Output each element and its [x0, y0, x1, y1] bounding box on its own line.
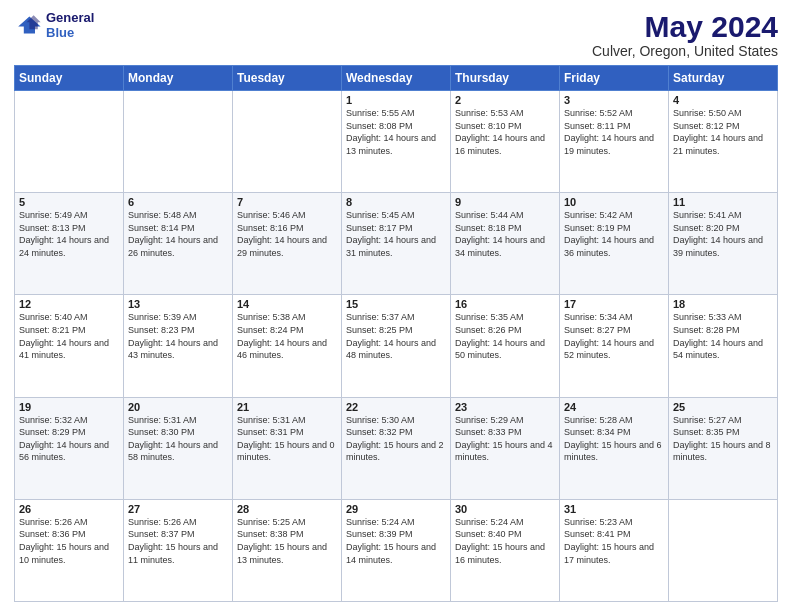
calendar-cell: 8 Sunrise: 5:45 AMSunset: 8:17 PMDayligh…: [342, 193, 451, 295]
day-info: Sunrise: 5:45 AMSunset: 8:17 PMDaylight:…: [346, 209, 446, 259]
calendar-cell: 9 Sunrise: 5:44 AMSunset: 8:18 PMDayligh…: [451, 193, 560, 295]
header: General Blue May 2024 Culver, Oregon, Un…: [14, 10, 778, 59]
day-number: 14: [237, 298, 337, 310]
title-block: May 2024 Culver, Oregon, United States: [592, 10, 778, 59]
day-info: Sunrise: 5:31 AMSunset: 8:30 PMDaylight:…: [128, 414, 228, 464]
day-info: Sunrise: 5:27 AMSunset: 8:35 PMDaylight:…: [673, 414, 773, 464]
day-info: Sunrise: 5:28 AMSunset: 8:34 PMDaylight:…: [564, 414, 664, 464]
calendar-cell: 29 Sunrise: 5:24 AMSunset: 8:39 PMDaylig…: [342, 499, 451, 601]
calendar-cell: 28 Sunrise: 5:25 AMSunset: 8:38 PMDaylig…: [233, 499, 342, 601]
calendar-cell: 12 Sunrise: 5:40 AMSunset: 8:21 PMDaylig…: [15, 295, 124, 397]
day-number: 31: [564, 503, 664, 515]
day-number: 15: [346, 298, 446, 310]
day-info: Sunrise: 5:44 AMSunset: 8:18 PMDaylight:…: [455, 209, 555, 259]
day-number: 11: [673, 196, 773, 208]
day-info: Sunrise: 5:49 AMSunset: 8:13 PMDaylight:…: [19, 209, 119, 259]
day-number: 5: [19, 196, 119, 208]
day-number: 10: [564, 196, 664, 208]
col-header-tuesday: Tuesday: [233, 66, 342, 91]
calendar-cell: 10 Sunrise: 5:42 AMSunset: 8:19 PMDaylig…: [560, 193, 669, 295]
day-info: Sunrise: 5:23 AMSunset: 8:41 PMDaylight:…: [564, 516, 664, 566]
calendar-cell: 3 Sunrise: 5:52 AMSunset: 8:11 PMDayligh…: [560, 91, 669, 193]
day-info: Sunrise: 5:37 AMSunset: 8:25 PMDaylight:…: [346, 311, 446, 361]
calendar-cell: 15 Sunrise: 5:37 AMSunset: 8:25 PMDaylig…: [342, 295, 451, 397]
day-info: Sunrise: 5:32 AMSunset: 8:29 PMDaylight:…: [19, 414, 119, 464]
calendar-cell: [233, 91, 342, 193]
day-number: 13: [128, 298, 228, 310]
day-number: 4: [673, 94, 773, 106]
col-header-thursday: Thursday: [451, 66, 560, 91]
day-info: Sunrise: 5:30 AMSunset: 8:32 PMDaylight:…: [346, 414, 446, 464]
calendar-cell: 5 Sunrise: 5:49 AMSunset: 8:13 PMDayligh…: [15, 193, 124, 295]
calendar-cell: 16 Sunrise: 5:35 AMSunset: 8:26 PMDaylig…: [451, 295, 560, 397]
col-header-sunday: Sunday: [15, 66, 124, 91]
day-info: Sunrise: 5:40 AMSunset: 8:21 PMDaylight:…: [19, 311, 119, 361]
logo-icon: [14, 11, 42, 39]
calendar-cell: [15, 91, 124, 193]
calendar-cell: 13 Sunrise: 5:39 AMSunset: 8:23 PMDaylig…: [124, 295, 233, 397]
day-info: Sunrise: 5:24 AMSunset: 8:39 PMDaylight:…: [346, 516, 446, 566]
day-number: 8: [346, 196, 446, 208]
day-number: 19: [19, 401, 119, 413]
day-info: Sunrise: 5:53 AMSunset: 8:10 PMDaylight:…: [455, 107, 555, 157]
subtitle: Culver, Oregon, United States: [592, 43, 778, 59]
day-number: 16: [455, 298, 555, 310]
calendar-header-row: SundayMondayTuesdayWednesdayThursdayFrid…: [15, 66, 778, 91]
calendar-cell: 7 Sunrise: 5:46 AMSunset: 8:16 PMDayligh…: [233, 193, 342, 295]
calendar-week-row: 26 Sunrise: 5:26 AMSunset: 8:36 PMDaylig…: [15, 499, 778, 601]
calendar-cell: [669, 499, 778, 601]
calendar-cell: 25 Sunrise: 5:27 AMSunset: 8:35 PMDaylig…: [669, 397, 778, 499]
calendar-week-row: 19 Sunrise: 5:32 AMSunset: 8:29 PMDaylig…: [15, 397, 778, 499]
calendar-week-row: 5 Sunrise: 5:49 AMSunset: 8:13 PMDayligh…: [15, 193, 778, 295]
day-info: Sunrise: 5:50 AMSunset: 8:12 PMDaylight:…: [673, 107, 773, 157]
day-info: Sunrise: 5:29 AMSunset: 8:33 PMDaylight:…: [455, 414, 555, 464]
day-number: 2: [455, 94, 555, 106]
day-number: 1: [346, 94, 446, 106]
calendar-week-row: 1 Sunrise: 5:55 AMSunset: 8:08 PMDayligh…: [15, 91, 778, 193]
day-number: 18: [673, 298, 773, 310]
calendar-cell: 21 Sunrise: 5:31 AMSunset: 8:31 PMDaylig…: [233, 397, 342, 499]
day-info: Sunrise: 5:41 AMSunset: 8:20 PMDaylight:…: [673, 209, 773, 259]
calendar-cell: 31 Sunrise: 5:23 AMSunset: 8:41 PMDaylig…: [560, 499, 669, 601]
calendar-cell: 27 Sunrise: 5:26 AMSunset: 8:37 PMDaylig…: [124, 499, 233, 601]
col-header-saturday: Saturday: [669, 66, 778, 91]
day-number: 9: [455, 196, 555, 208]
day-number: 20: [128, 401, 228, 413]
logo: General Blue: [14, 10, 94, 40]
day-info: Sunrise: 5:46 AMSunset: 8:16 PMDaylight:…: [237, 209, 337, 259]
day-info: Sunrise: 5:26 AMSunset: 8:37 PMDaylight:…: [128, 516, 228, 566]
day-info: Sunrise: 5:48 AMSunset: 8:14 PMDaylight:…: [128, 209, 228, 259]
day-number: 28: [237, 503, 337, 515]
day-info: Sunrise: 5:52 AMSunset: 8:11 PMDaylight:…: [564, 107, 664, 157]
day-number: 26: [19, 503, 119, 515]
day-number: 21: [237, 401, 337, 413]
calendar-cell: 22 Sunrise: 5:30 AMSunset: 8:32 PMDaylig…: [342, 397, 451, 499]
day-number: 24: [564, 401, 664, 413]
day-number: 23: [455, 401, 555, 413]
calendar-cell: 23 Sunrise: 5:29 AMSunset: 8:33 PMDaylig…: [451, 397, 560, 499]
main-title: May 2024: [592, 10, 778, 43]
calendar-cell: 26 Sunrise: 5:26 AMSunset: 8:36 PMDaylig…: [15, 499, 124, 601]
calendar-cell: 18 Sunrise: 5:33 AMSunset: 8:28 PMDaylig…: [669, 295, 778, 397]
day-number: 6: [128, 196, 228, 208]
day-number: 25: [673, 401, 773, 413]
calendar: SundayMondayTuesdayWednesdayThursdayFrid…: [14, 65, 778, 602]
day-number: 22: [346, 401, 446, 413]
day-number: 29: [346, 503, 446, 515]
calendar-cell: 6 Sunrise: 5:48 AMSunset: 8:14 PMDayligh…: [124, 193, 233, 295]
calendar-cell: 4 Sunrise: 5:50 AMSunset: 8:12 PMDayligh…: [669, 91, 778, 193]
day-info: Sunrise: 5:33 AMSunset: 8:28 PMDaylight:…: [673, 311, 773, 361]
calendar-cell: 19 Sunrise: 5:32 AMSunset: 8:29 PMDaylig…: [15, 397, 124, 499]
day-number: 30: [455, 503, 555, 515]
day-info: Sunrise: 5:39 AMSunset: 8:23 PMDaylight:…: [128, 311, 228, 361]
page: General Blue May 2024 Culver, Oregon, Un…: [0, 0, 792, 612]
calendar-cell: 20 Sunrise: 5:31 AMSunset: 8:30 PMDaylig…: [124, 397, 233, 499]
col-header-friday: Friday: [560, 66, 669, 91]
day-info: Sunrise: 5:38 AMSunset: 8:24 PMDaylight:…: [237, 311, 337, 361]
day-number: 7: [237, 196, 337, 208]
day-info: Sunrise: 5:25 AMSunset: 8:38 PMDaylight:…: [237, 516, 337, 566]
day-info: Sunrise: 5:24 AMSunset: 8:40 PMDaylight:…: [455, 516, 555, 566]
day-info: Sunrise: 5:42 AMSunset: 8:19 PMDaylight:…: [564, 209, 664, 259]
col-header-monday: Monday: [124, 66, 233, 91]
calendar-cell: 11 Sunrise: 5:41 AMSunset: 8:20 PMDaylig…: [669, 193, 778, 295]
